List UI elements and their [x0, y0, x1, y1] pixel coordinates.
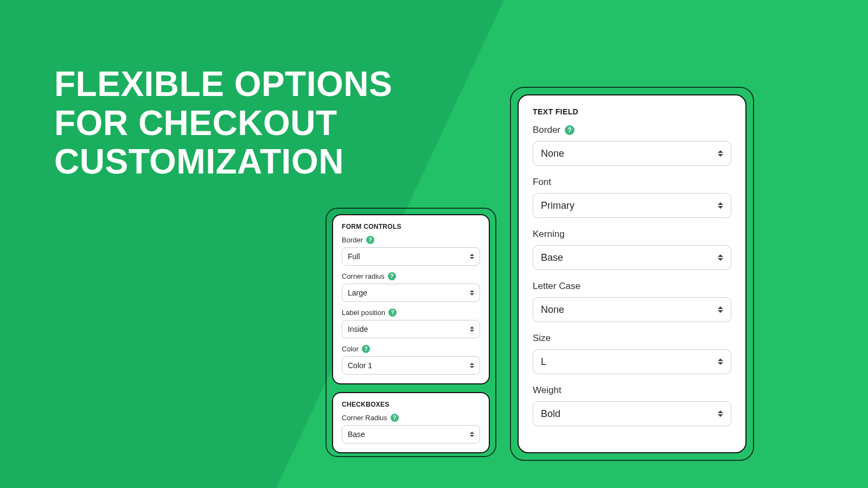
- cb-corner-radius-label: Corner Radius: [342, 414, 387, 422]
- chevron-sort-icon: [717, 306, 724, 313]
- corner-radius-label: Corner radius: [342, 272, 385, 280]
- large-panel-frame: TEXT FIELD Border ? None Font Primary: [510, 87, 754, 461]
- chevron-sort-icon: [469, 290, 475, 296]
- field-tf-size: Size L: [533, 333, 731, 374]
- field-tf-border: Border ? None: [533, 125, 731, 166]
- chevron-sort-icon: [717, 358, 724, 365]
- color-label: Color: [342, 345, 359, 353]
- tf-weight-select[interactable]: Bold: [533, 401, 731, 426]
- field-corner-radius: Corner radius ? Large: [342, 272, 480, 302]
- tf-font-value: Primary: [541, 200, 575, 211]
- headline-line-3: customization: [54, 143, 392, 182]
- checkboxes-title: CHECKBOXES: [342, 401, 480, 408]
- tf-letter-case-label: Letter Case: [533, 281, 580, 292]
- form-controls-card: FORM CONTROLS Border ? Full Corner radiu…: [332, 214, 490, 384]
- color-value: Color 1: [348, 361, 372, 370]
- tf-border-value: None: [541, 148, 564, 159]
- field-color: Color ? Color 1: [342, 345, 480, 375]
- text-field-card: TEXT FIELD Border ? None Font Primary: [518, 94, 746, 453]
- label-position-label: Label position: [342, 309, 385, 317]
- text-field-title: TEXT FIELD: [533, 107, 731, 116]
- field-tf-kerning: Kerning Base: [533, 229, 731, 270]
- border-value: Full: [348, 252, 360, 261]
- tf-letter-case-value: None: [541, 304, 564, 316]
- tf-letter-case-select[interactable]: None: [533, 297, 731, 322]
- field-cb-corner-radius: Corner Radius ? Base: [342, 414, 480, 444]
- label-position-select[interactable]: Inside: [342, 320, 480, 338]
- chevron-sort-icon: [717, 202, 724, 209]
- headline-line-1: Flexible options: [54, 65, 392, 104]
- tf-border-label: Border: [533, 125, 560, 136]
- chevron-sort-icon: [469, 254, 475, 259]
- help-icon[interactable]: ?: [362, 345, 370, 353]
- tf-size-select[interactable]: L: [533, 349, 731, 374]
- tf-weight-label: Weight: [533, 385, 561, 396]
- chevron-sort-icon: [717, 254, 724, 261]
- border-label: Border: [342, 236, 363, 244]
- headline: Flexible options for checkout customizat…: [54, 65, 392, 182]
- small-panel-frame: FORM CONTROLS Border ? Full Corner radiu…: [326, 208, 496, 457]
- checkboxes-card: CHECKBOXES Corner Radius ? Base: [332, 392, 490, 453]
- chevron-sort-icon: [469, 326, 475, 332]
- field-tf-weight: Weight Bold: [533, 385, 731, 426]
- field-tf-font: Font Primary: [533, 177, 731, 218]
- form-controls-title: FORM CONTROLS: [342, 223, 480, 230]
- chevron-sort-icon: [717, 410, 724, 417]
- tf-font-label: Font: [533, 177, 551, 188]
- field-tf-letter-case: Letter Case None: [533, 281, 731, 322]
- tf-border-select[interactable]: None: [533, 141, 731, 166]
- cb-corner-radius-select[interactable]: Base: [342, 425, 480, 444]
- chevron-sort-icon: [469, 432, 475, 437]
- corner-radius-value: Large: [348, 288, 367, 297]
- corner-radius-select[interactable]: Large: [342, 284, 480, 302]
- help-icon[interactable]: ?: [388, 272, 396, 280]
- headline-line-2: for checkout: [54, 104, 392, 143]
- border-select[interactable]: Full: [342, 247, 480, 266]
- tf-kerning-value: Base: [541, 252, 563, 264]
- tf-size-value: L: [541, 356, 546, 368]
- cb-corner-radius-value: Base: [348, 430, 365, 439]
- tf-font-select[interactable]: Primary: [533, 193, 731, 218]
- tf-kerning-select[interactable]: Base: [533, 245, 731, 270]
- chevron-sort-icon: [469, 363, 475, 368]
- color-select[interactable]: Color 1: [342, 356, 480, 375]
- field-label-position: Label position ? Inside: [342, 309, 480, 338]
- tf-kerning-label: Kerning: [533, 229, 565, 240]
- label-position-value: Inside: [348, 325, 368, 333]
- field-border: Border ? Full: [342, 236, 480, 266]
- help-icon[interactable]: ?: [366, 236, 374, 244]
- help-icon[interactable]: ?: [388, 309, 397, 317]
- tf-size-label: Size: [533, 333, 551, 344]
- help-icon[interactable]: ?: [391, 414, 399, 422]
- tf-weight-value: Bold: [541, 408, 560, 420]
- chevron-sort-icon: [717, 150, 724, 157]
- help-icon[interactable]: ?: [565, 125, 575, 135]
